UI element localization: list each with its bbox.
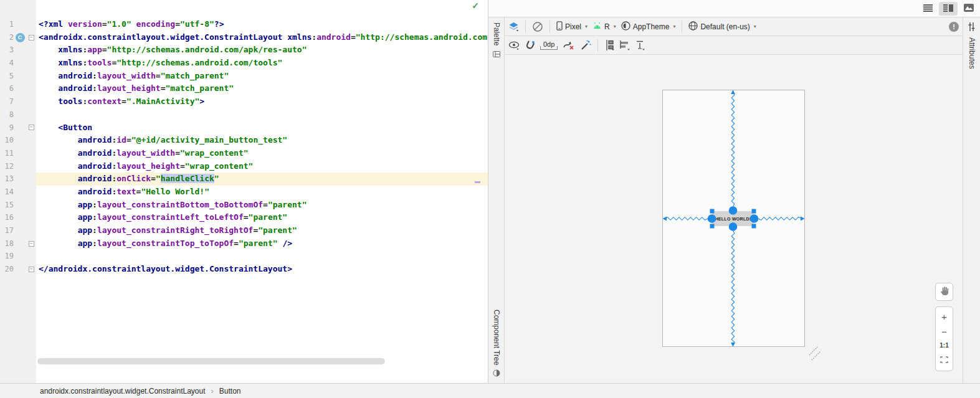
code-text[interactable]: xmlns:tools="http://schemas.android.com/… [36, 57, 488, 70]
code-line[interactable]: 11 android:layout_width="wrap_content" [0, 147, 488, 160]
code-line[interactable]: 13 android:onClick="handleClick" [0, 173, 488, 186]
code-line[interactable]: 10 android:id="@+id/activity_main_button… [0, 134, 488, 147]
infer-constraints-button[interactable] [580, 40, 591, 50]
code-text[interactable]: android:layout_width="match_parent" [36, 70, 488, 83]
code-line[interactable]: 4 xmlns:tools="http://schemas.android.co… [0, 57, 488, 70]
code-text[interactable]: </androidx.constraintlayout.widget.Const… [36, 263, 488, 276]
code-text[interactable]: app:layout_constraintLeft_toLeftOf="pare… [36, 211, 488, 224]
selected-button-widget[interactable]: HELLO WORLD! [712, 211, 754, 226]
code-text[interactable]: tools:context=".MainActivity"> [36, 95, 488, 108]
pan-button[interactable] [935, 283, 953, 301]
inspection-ok-icon[interactable]: ✓ [472, 1, 479, 11]
code-text[interactable] [36, 108, 488, 121]
code-area[interactable]: 1<?xml version="1.0" encoding="utf-8"?>2… [0, 18, 488, 276]
align-button[interactable] [620, 40, 630, 50]
code-line[interactable]: 18− app:layout_constraintTop_toTopOf="pa… [0, 237, 488, 250]
zoom-out-button[interactable]: − [941, 327, 947, 336]
design-surface-button[interactable] [508, 22, 519, 32]
code-line[interactable]: 14 android:text="Hello World!" [0, 186, 488, 199]
code-line[interactable]: 2C−<androidx.constraintlayout.widget.Con… [0, 31, 488, 44]
line-number: 10 [0, 134, 14, 147]
errors-panel-button[interactable]: ! [949, 22, 959, 32]
fold-marker-icon[interactable]: − [29, 125, 34, 130]
split-view-button[interactable] [939, 2, 958, 16]
clear-constraints-button[interactable] [563, 40, 575, 50]
code-line[interactable]: 20−</androidx.constraintlayout.widget.Co… [0, 263, 488, 276]
fold-marker-icon[interactable]: − [29, 241, 34, 247]
code-line[interactable]: 6 android:layout_height="match_parent" [0, 82, 488, 95]
fold-marker-icon[interactable]: − [29, 35, 34, 40]
theme-label: AppTheme [633, 22, 670, 31]
view-options-button[interactable] [508, 41, 520, 50]
code-view-icon [923, 3, 933, 14]
zoom-in-button[interactable]: + [941, 312, 947, 321]
code-line[interactable]: 8 [0, 108, 488, 121]
design-view-button[interactable] [961, 2, 976, 16]
line-number: 6 [0, 82, 14, 95]
code-text[interactable]: android:layout_height="match_parent" [36, 82, 488, 95]
api-label: R [604, 22, 610, 31]
palette-tab[interactable]: Palette [488, 22, 505, 60]
code-line[interactable]: 1<?xml version="1.0" encoding="utf-8"?> [0, 18, 488, 31]
autoconnect-magnet-icon[interactable] [525, 40, 535, 50]
code-text[interactable]: android:id="@+id/activity_main_button_te… [36, 134, 488, 147]
code-line[interactable]: 9− <Button [0, 121, 488, 135]
code-line[interactable]: 16 app:layout_constraintLeft_toLeftOf="p… [0, 211, 488, 224]
attributes-tab[interactable]: Attributes [968, 37, 976, 69]
default-margin-control[interactable]: 0dp [540, 40, 558, 50]
line-number: 4 [0, 57, 14, 70]
code-view-button[interactable] [920, 2, 935, 16]
code-text[interactable]: app:layout_constraintRight_toRightOf="pa… [36, 224, 488, 237]
fold-marker-icon[interactable]: − [29, 267, 34, 272]
code-text[interactable] [36, 250, 488, 263]
code-line[interactable]: 5 android:layout_width="match_parent" [0, 70, 488, 83]
orientation-button[interactable] [532, 21, 543, 32]
context-class-gutter-icon[interactable]: C [16, 33, 25, 42]
line-number: 19 [0, 250, 14, 263]
design-canvas[interactable]: HELLO WORLD! + − 1:1 [505, 55, 963, 383]
breadcrumb-constraintlayout[interactable]: androidx.constraintlayout.widget.Constra… [40, 387, 206, 396]
xml-code-editor[interactable]: 1<?xml version="1.0" encoding="utf-8"?>2… [0, 0, 488, 383]
code-line[interactable]: 12 android:layout_height="wrap_content" [0, 160, 488, 173]
line-number: 8 [0, 108, 14, 121]
guidelines-button[interactable] [635, 40, 645, 50]
code-text[interactable]: <Button [36, 121, 488, 135]
code-text[interactable]: xmlns:app="http://schemas.android.com/ap… [36, 44, 488, 57]
code-text[interactable]: android:layout_height="wrap_content" [36, 160, 488, 173]
code-text[interactable]: android:text="Hello World!" [36, 186, 488, 199]
editor-mode-toolbar [488, 0, 980, 17]
zoom-ratio-button[interactable]: 1:1 [940, 342, 948, 349]
split-view-icon [943, 3, 953, 14]
code-line[interactable]: 7 tools:context=".MainActivity"> [0, 95, 488, 108]
component-tree-tab[interactable]: Component Tree [488, 310, 505, 379]
pack-button[interactable] [604, 40, 615, 50]
device-selector[interactable]: Pixel ▾ [556, 21, 588, 32]
code-text[interactable]: android:onClick="handleClick" [36, 173, 488, 186]
artboard-resize-handle [809, 346, 821, 360]
line-number: 9 [0, 121, 14, 135]
breadcrumb-separator: › [211, 386, 214, 396]
breadcrumb-button[interactable]: Button [219, 387, 241, 396]
code-line[interactable]: 17 app:layout_constraintRight_toRightOf=… [0, 224, 488, 237]
theme-selector[interactable]: AppTheme ▾ [621, 21, 676, 32]
code-text[interactable]: android:layout_width="wrap_content" [36, 147, 488, 160]
chevron-down-icon: ▾ [754, 24, 756, 29]
chevron-down-icon: ▾ [614, 24, 616, 29]
line-number: 14 [0, 186, 14, 199]
palette-icon [493, 49, 500, 60]
api-version-selector[interactable]: R ▾ [592, 22, 616, 31]
code-text[interactable]: app:layout_constraintBottom_toBottomOf="… [36, 199, 488, 212]
code-line[interactable]: 19 [0, 250, 488, 263]
code-line[interactable]: 15 app:layout_constraintBottom_toBottomO… [0, 199, 488, 212]
design-toolbar-constraints: 0dp [505, 36, 963, 55]
toolbar-separator [525, 21, 526, 33]
android-icon [592, 22, 602, 31]
horizontal-scrollbar[interactable] [37, 358, 385, 364]
code-text[interactable]: <?xml version="1.0" encoding="utf-8"?> [36, 18, 488, 31]
locale-selector[interactable]: Default (en-us) ▾ [688, 21, 756, 32]
code-line[interactable]: 3 xmlns:app="http://schemas.android.com/… [0, 44, 488, 57]
code-text[interactable]: <androidx.constraintlayout.widget.Constr… [36, 31, 488, 44]
phone-icon [556, 21, 563, 32]
code-text[interactable]: app:layout_constraintTop_toTopOf="parent… [36, 237, 488, 250]
zoom-fit-button[interactable] [940, 354, 948, 366]
